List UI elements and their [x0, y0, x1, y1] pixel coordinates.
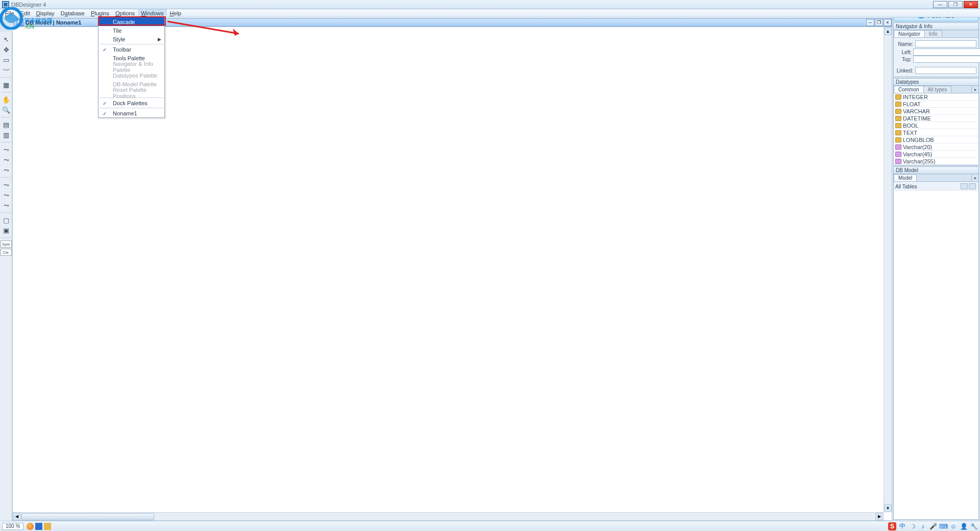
- tray-keyboard-icon[interactable]: ⌨: [939, 522, 947, 530]
- dbmodel-action-icon[interactable]: [969, 183, 976, 189]
- menuitem-nav-palette[interactable]: Navigator & Info Palette: [99, 62, 164, 71]
- menuitem-datatypes-palette[interactable]: Datatypes Palette: [99, 71, 164, 80]
- pen-tool-icon[interactable]: 〰: [1, 65, 12, 75]
- right-panels: ↓ 263 KB/s Navigator & Info Navigator In…: [892, 9, 980, 521]
- relation-dep-icon[interactable]: ⤳: [1, 190, 12, 200]
- menu-database[interactable]: Database: [58, 9, 88, 17]
- scroll-left-icon[interactable]: ◀: [13, 513, 21, 520]
- tray-voice-icon[interactable]: ♪: [919, 522, 927, 530]
- datatype-icon: [895, 152, 901, 157]
- datatype-item[interactable]: LONGBLOB: [894, 136, 978, 143]
- scroll-up-icon[interactable]: ▲: [884, 27, 892, 35]
- label-left: Left:: [896, 50, 913, 55]
- datatype-item[interactable]: VARCHAR: [894, 108, 978, 115]
- note-tool-icon[interactable]: ▢: [1, 215, 12, 225]
- datatype-item[interactable]: Varchar(45): [894, 151, 978, 158]
- scroll-right-icon[interactable]: ▶: [875, 513, 884, 520]
- firefox-icon[interactable]: [27, 523, 34, 530]
- menuitem-toolbar[interactable]: Toolbar: [99, 45, 164, 54]
- menuitem-tile[interactable]: Tile: [99, 26, 164, 35]
- tab-navigator[interactable]: Navigator: [894, 30, 925, 37]
- database-icon[interactable]: [44, 523, 51, 530]
- tray-moon-icon[interactable]: ☽: [909, 522, 917, 530]
- maximize-button[interactable]: ❐: [948, 1, 963, 8]
- left-field[interactable]: [913, 49, 980, 56]
- grid-tool-icon[interactable]: ▦: [1, 80, 12, 89]
- move-tool-icon[interactable]: ✥: [1, 45, 12, 54]
- datatype-list: INTEGER FLOAT VARCHAR DATETIME BOOL TEXT…: [894, 93, 978, 165]
- tray-sogou-icon[interactable]: S: [888, 522, 896, 530]
- image-tool-icon[interactable]: ▣: [1, 226, 12, 235]
- relation-11-icon[interactable]: ⤳: [1, 155, 12, 164]
- sync-button[interactable]: Sync: [1, 240, 12, 248]
- tab-model[interactable]: Model: [894, 174, 917, 181]
- tray-user-icon[interactable]: 👤: [960, 522, 968, 530]
- datatype-item[interactable]: Varchar(20): [894, 143, 978, 151]
- tray-wrench-icon[interactable]: 🔧: [970, 522, 978, 530]
- menu-file[interactable]: File: [2, 9, 17, 17]
- datatype-item[interactable]: Varchar(255): [894, 158, 978, 165]
- datatype-icon: [895, 144, 901, 150]
- tray-mic-icon[interactable]: 🎤: [929, 522, 937, 530]
- tray-ime-icon[interactable]: 中: [898, 522, 906, 530]
- datatype-item[interactable]: BOOL: [894, 122, 978, 129]
- scroll-thumb[interactable]: [21, 513, 154, 520]
- menuitem-reset-palette[interactable]: Reset Palette Positions: [99, 88, 164, 97]
- mdi-restore[interactable]: ❐: [875, 19, 883, 26]
- pointer-tool-icon[interactable]: ↖: [1, 35, 12, 44]
- horizontal-scrollbar[interactable]: ◀ ▶: [13, 512, 884, 520]
- system-tray: S 中 ☽ ♪ 🎤 ⌨ ☺ 👤 🔧: [888, 522, 978, 530]
- mdi-minimize[interactable]: –: [866, 19, 874, 26]
- menu-display[interactable]: Display: [33, 9, 58, 17]
- view-tool-icon[interactable]: ▥: [1, 130, 12, 139]
- datatype-item[interactable]: DATETIME: [894, 115, 978, 122]
- app-icon: [2, 1, 9, 8]
- datatype-item[interactable]: FLOAT: [894, 101, 978, 108]
- panel-header: DB Model: [894, 167, 978, 174]
- minimize-button[interactable]: —: [933, 1, 947, 8]
- scroll-down-icon[interactable]: ▼: [884, 504, 892, 512]
- dbmodel-action-icon[interactable]: [961, 183, 968, 189]
- datatypes-panel: Datatypes Common All types ▸ INTEGER FLO…: [893, 78, 979, 165]
- menu-help[interactable]: Help: [167, 9, 185, 17]
- menuitem-style[interactable]: Style▶: [99, 35, 164, 43]
- menu-windows[interactable]: Windows: [138, 9, 167, 17]
- check-icon: [103, 46, 108, 52]
- tables-list[interactable]: [894, 191, 978, 519]
- zoom-tool-icon[interactable]: 🔍: [1, 105, 12, 114]
- zoom-field[interactable]: 100 %: [2, 523, 23, 530]
- datatype-icon: [895, 159, 901, 164]
- save-icon[interactable]: [35, 523, 42, 530]
- close-button[interactable]: ✕: [964, 1, 978, 8]
- menu-edit[interactable]: Edit: [17, 9, 33, 17]
- tab-alltypes[interactable]: All types: [923, 86, 952, 93]
- linked-field[interactable]: [915, 67, 976, 74]
- vertical-scrollbar[interactable]: ▲ ▼: [884, 27, 892, 512]
- relation-ref-icon[interactable]: ⤳: [1, 201, 12, 210]
- tabs-more-icon[interactable]: ▸: [971, 86, 978, 93]
- menuitem-dock-palettes[interactable]: Dock Palettes: [99, 99, 164, 107]
- tabs-more-icon[interactable]: ▸: [971, 174, 978, 181]
- relation-1n-icon[interactable]: ⤳: [1, 145, 12, 154]
- datatype-item[interactable]: INTEGER: [894, 93, 978, 101]
- label-top: Top:: [896, 57, 913, 62]
- tray-face-icon[interactable]: ☺: [949, 522, 958, 530]
- top-field[interactable]: [913, 56, 980, 63]
- menuitem-cascade[interactable]: Cascade: [99, 17, 164, 26]
- relation-gen-icon[interactable]: ⤳: [1, 180, 12, 189]
- menuitem-noname1[interactable]: Noname1: [99, 109, 164, 117]
- datatype-item[interactable]: TEXT: [894, 129, 978, 136]
- check-icon: [103, 100, 108, 105]
- mdi-close[interactable]: ×: [884, 19, 892, 26]
- create-button[interactable]: Cre.: [1, 249, 12, 256]
- region-tool-icon[interactable]: ▭: [1, 55, 12, 64]
- relation-nm-icon[interactable]: ⤳: [1, 165, 12, 175]
- tab-info[interactable]: Info: [924, 30, 942, 37]
- table-tool-icon[interactable]: ▤: [1, 120, 12, 129]
- menu-options[interactable]: Options: [112, 9, 138, 17]
- menu-plugins[interactable]: Plugins: [88, 9, 112, 17]
- name-field[interactable]: [915, 40, 976, 47]
- windows-dropdown: Cascade Tile Style▶ Toolbar Tools Palett…: [98, 17, 165, 118]
- hand-tool-icon[interactable]: ✋: [1, 95, 12, 104]
- tab-common[interactable]: Common: [894, 86, 924, 93]
